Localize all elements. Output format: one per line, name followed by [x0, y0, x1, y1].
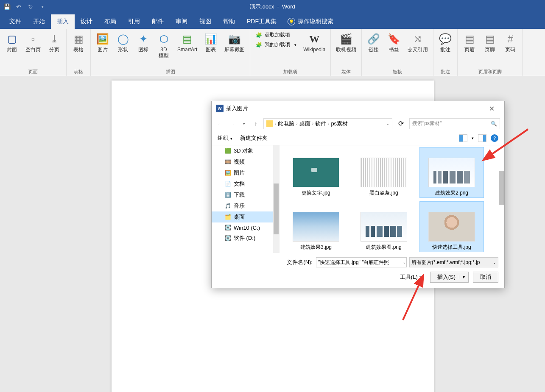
- breadcrumb-item[interactable]: 软件: [315, 120, 326, 128]
- refresh-button[interactable]: ⟳: [396, 120, 406, 128]
- folder-icon: [266, 120, 273, 127]
- 3d-models-button[interactable]: ⬡3D 模型: [155, 31, 172, 61]
- dialog-body: 🟩3D 对象🎞️视频🖼️图片📄文档⬇️下载🎵音乐🗂️桌面💽Win10 (C:)💽…: [212, 145, 504, 253]
- organize-button[interactable]: 组织 ▾: [218, 134, 232, 142]
- tree-item[interactable]: 📄文档: [212, 178, 279, 189]
- search-input[interactable]: 搜索"ps素材" 🔍: [409, 118, 500, 129]
- tab-help[interactable]: 帮助: [217, 14, 241, 29]
- blank-page-button[interactable]: ▫空白页: [24, 31, 42, 54]
- tab-view[interactable]: 视图: [193, 14, 217, 29]
- link-button[interactable]: 🔗链接: [365, 31, 382, 54]
- breadcrumb-item[interactable]: 此电脑: [278, 120, 294, 128]
- view-button[interactable]: [459, 134, 467, 142]
- tree-item[interactable]: 🟩3D 对象: [212, 145, 279, 156]
- footer-button[interactable]: ▤页脚: [481, 31, 498, 54]
- tab-pdf[interactable]: PDF工具集: [241, 14, 282, 29]
- close-button[interactable]: ✕: [483, 105, 500, 113]
- wikipedia-icon: W: [307, 32, 321, 46]
- folder-icon: 📄: [224, 181, 231, 187]
- tab-insert[interactable]: 插入: [51, 14, 75, 29]
- filename-dropdown[interactable]: ⌄: [402, 260, 406, 264]
- screenshot-button[interactable]: 📷屏幕截图: [223, 31, 246, 54]
- file-item[interactable]: 黑白竖条.jpg: [352, 147, 416, 198]
- view-dropdown[interactable]: ▾: [472, 136, 474, 140]
- cover-page-button[interactable]: ▢封面: [3, 31, 20, 54]
- tree-scrollbar[interactable]: [273, 145, 279, 253]
- file-name-label: 黑白竖条.jpg: [369, 190, 398, 196]
- tree-item[interactable]: 💽软件 (D:): [212, 233, 279, 244]
- store-icon: 🧩: [255, 32, 262, 39]
- folder-icon: 💽: [224, 235, 231, 242]
- get-addins-button[interactable]: 🧩获取加载项: [254, 31, 298, 39]
- pagenum-button[interactable]: #页码: [502, 31, 519, 54]
- file-item[interactable]: 建筑效果图.png: [352, 201, 416, 252]
- file-item[interactable]: 建筑效果2.png: [419, 147, 484, 198]
- header-button[interactable]: ▤页眉: [461, 31, 478, 54]
- wikipedia-button[interactable]: WWikipedia: [302, 31, 327, 54]
- ribbon-tabs: 文件 开始 插入 设计 布局 引用 邮件 审阅 视图 帮助 PDF工具集 💡 操…: [0, 14, 545, 29]
- online-video-button[interactable]: 🎬联机视频: [334, 31, 358, 54]
- ribbon-group-addins: 🧩获取加载项 🧩我的加载项▾ WWikipedia 加载项: [250, 29, 331, 76]
- bookmark-button[interactable]: 🔖书签: [386, 31, 402, 54]
- tell-me-search[interactable]: 💡 操作说明搜索: [282, 14, 338, 29]
- cancel-button[interactable]: 取消: [473, 272, 498, 283]
- save-icon[interactable]: 💾: [3, 3, 10, 10]
- file-item[interactable]: 快速选择工具.jpg: [419, 201, 484, 252]
- breadcrumb-item[interactable]: 桌面: [299, 120, 310, 128]
- file-item[interactable]: 更换文字.jpg: [284, 147, 348, 198]
- tree-item-label: 软件 (D:): [234, 234, 255, 242]
- pictures-icon: 🖼️: [96, 32, 109, 46]
- tree-item[interactable]: 🎵音乐: [212, 200, 279, 211]
- help-button[interactable]: ?: [491, 134, 498, 142]
- insert-dropdown-icon[interactable]: ▼: [459, 275, 466, 279]
- chart-button[interactable]: 📊图表: [202, 31, 219, 54]
- redo-icon[interactable]: ↻: [27, 3, 34, 10]
- page-break-button[interactable]: ⤓分页: [46, 31, 63, 54]
- tab-layout[interactable]: 布局: [98, 14, 122, 29]
- shapes-button[interactable]: ◯形状: [115, 31, 131, 54]
- forward-button[interactable]: →: [228, 120, 236, 128]
- tab-review[interactable]: 审阅: [170, 14, 193, 29]
- qat-customize-icon[interactable]: ▾: [39, 3, 46, 10]
- window-title: 演示.docx - Word: [0, 3, 545, 11]
- folder-icon: 🗂️: [224, 214, 231, 220]
- tab-file[interactable]: 文件: [3, 14, 27, 29]
- tools-button[interactable]: 工具(L)▾: [400, 273, 422, 281]
- tree-item[interactable]: 🖼️图片: [212, 167, 279, 178]
- table-icon: ▦: [72, 32, 85, 46]
- tab-mailings[interactable]: 邮件: [146, 14, 170, 29]
- preview-pane-button[interactable]: [478, 134, 486, 142]
- filetype-select[interactable]: 所有图片(*.emf;*.wmf;*.jpg;*.jp⌄: [409, 257, 498, 267]
- tree-item[interactable]: ⬇️下载: [212, 189, 279, 200]
- file-item[interactable]: 建筑效果3.jpg: [284, 201, 348, 252]
- my-addins-button[interactable]: 🧩我的加载项▾: [254, 40, 298, 49]
- crossref-button[interactable]: ⤭交叉引用: [406, 31, 430, 54]
- icons-button[interactable]: ✦图标: [135, 31, 152, 54]
- pictures-button[interactable]: 🖼️图片: [94, 31, 111, 54]
- history-dropdown[interactable]: ▾: [240, 120, 248, 128]
- new-folder-button[interactable]: 新建文件夹: [240, 134, 268, 142]
- table-button[interactable]: ▦表格: [70, 31, 87, 54]
- dialog-toolbar: 组织 ▾ 新建文件夹 ▾ ?: [212, 131, 504, 145]
- files-scrollbar[interactable]: [498, 145, 504, 253]
- breadcrumb-item[interactable]: ps素材: [331, 120, 348, 128]
- tab-references[interactable]: 引用: [122, 14, 146, 29]
- title-bar: 💾 ↶ ↻ ▾ 演示.docx - Word: [0, 0, 545, 14]
- tree-item[interactable]: 💽Win10 (C:): [212, 222, 279, 233]
- shapes-icon: ◯: [116, 32, 130, 46]
- tree-item[interactable]: 🎞️视频: [212, 156, 279, 167]
- up-button[interactable]: ↑: [252, 120, 260, 128]
- tab-design[interactable]: 设计: [75, 14, 98, 29]
- tree-item[interactable]: 🗂️桌面: [212, 211, 279, 222]
- insert-picture-dialog: W 插入图片 ✕ ← → ▾ ↑ › 此电脑› 桌面› 软件› ps素材 ⌄ ⟳…: [211, 101, 505, 288]
- tab-home[interactable]: 开始: [27, 14, 51, 29]
- ribbon-group-illustrations: 🖼️图片 ◯形状 ✦图标 ⬡3D 模型 ▤SmartArt 📊图表 📷屏幕截图 …: [91, 29, 250, 76]
- file-thumbnail: [361, 158, 407, 187]
- back-button[interactable]: ←: [216, 120, 224, 128]
- filename-input[interactable]: [316, 257, 407, 267]
- breadcrumb[interactable]: › 此电脑› 桌面› 软件› ps素材 ⌄: [263, 118, 392, 129]
- insert-button[interactable]: 插入(S)▼: [430, 272, 469, 283]
- smartart-button[interactable]: ▤SmartArt: [176, 31, 199, 54]
- undo-icon[interactable]: ↶: [15, 3, 22, 10]
- comment-button[interactable]: 💬批注: [437, 31, 454, 54]
